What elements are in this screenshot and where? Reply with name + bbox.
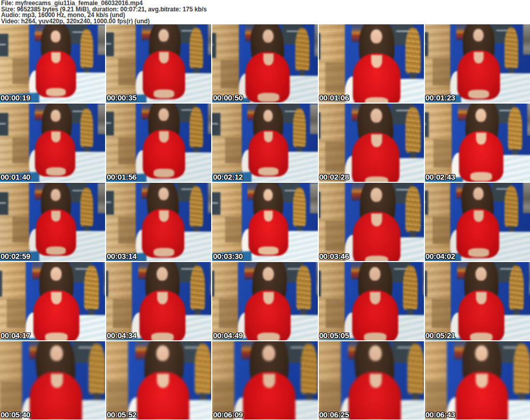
art-figure-chest (51, 292, 62, 305)
art-figure-face (157, 267, 168, 281)
art-wheat-decor (195, 343, 212, 394)
art-small-poster (310, 183, 317, 214)
art-figure-face (51, 110, 60, 122)
art-drawer (319, 33, 320, 60)
thumbnail-frame-art (425, 24, 530, 103)
thumbnail-frame-art (425, 341, 530, 419)
art-shelf (1, 382, 22, 415)
art-figure-face (159, 187, 169, 200)
art-small-poster (208, 104, 212, 134)
art-shelf (7, 299, 26, 328)
video-value: h264, yuv420p, 320x240, 1000.00 fps(r) (… (21, 18, 150, 25)
video-thumbnail: 00:02:28 (319, 104, 424, 182)
art-wheat-decor (84, 265, 99, 309)
art-figure-face (51, 267, 62, 281)
video-thumbnail: 00:02:43 (425, 104, 530, 182)
timestamp-label: 00:01:40 (1, 173, 31, 181)
thumbnail-frame-art (106, 341, 211, 419)
timestamp-label: 00:05:05 (319, 331, 349, 339)
art-figure-waist (468, 248, 489, 257)
art-figure-waist (46, 88, 66, 96)
timestamp-label: 00:02:28 (319, 173, 349, 181)
art-figure-waist (46, 167, 66, 176)
thumbnail-frame-art (212, 183, 317, 261)
timestamp-label: 00:02:43 (425, 173, 455, 181)
thumbnail-frame-art (0, 24, 105, 103)
art-drawer (319, 192, 320, 219)
timestamp-label: 00:00:50 (213, 94, 243, 102)
thumbnail-frame-art (425, 183, 530, 261)
art-shelf (225, 138, 242, 163)
video-thumbnail: 00:00:19 (0, 24, 105, 103)
art-wheat-decor (405, 186, 420, 231)
art-drawer (425, 191, 428, 215)
art-shelf (119, 217, 136, 243)
video-thumbnail: 00:06:25 (319, 341, 424, 419)
art-figure-chest (370, 374, 381, 388)
art-shelf (107, 382, 128, 415)
art-small-poster (315, 24, 318, 56)
video-thumbnail: 00:04:34 (106, 262, 211, 340)
art-drawer (212, 113, 220, 136)
timestamp-label: 00:04:02 (425, 252, 455, 260)
art-small-poster (208, 183, 212, 213)
art-figure-face (473, 29, 483, 41)
art-figure-chest (51, 52, 60, 63)
art-wheat-decor (505, 185, 518, 226)
art-figure-chest (51, 211, 60, 222)
art-figure-face (263, 30, 273, 42)
art-figure-chest (51, 374, 63, 388)
video-thumbnail: 00:06:43 (425, 341, 530, 419)
art-figure-waist (46, 247, 66, 255)
art-wheat-decor (190, 107, 203, 148)
art-figure-face (51, 189, 60, 201)
art-figure-face (369, 345, 381, 361)
art-drawer (106, 33, 114, 56)
file-metadata-header: File:myfreecams_giu11ia_female_06032016.… (0, 0, 530, 24)
art-shelf (221, 60, 239, 88)
art-figure-face (263, 345, 275, 361)
art-drawer (212, 33, 216, 58)
art-figure-waist (257, 332, 280, 340)
art-figure-waist (154, 90, 175, 98)
art-shelf (433, 217, 450, 244)
art-figure-waist (468, 90, 489, 98)
thumbnail-frame-art (0, 104, 105, 182)
art-figure-waist (363, 332, 386, 340)
art-drawer (319, 112, 320, 139)
art-figure-chest (476, 374, 488, 388)
thumbnail-frame-art (0, 341, 105, 419)
timestamp-label: 00:04:34 (107, 331, 137, 339)
art-small-poster (310, 104, 317, 135)
video-thumbnail: 00:04:17 (0, 262, 105, 340)
art-wheat-decor (80, 108, 93, 147)
art-wheat-decor (297, 265, 311, 309)
art-shelf (119, 138, 136, 164)
art-figure-face (371, 109, 382, 123)
timestamp-label: 00:02:59 (1, 252, 31, 260)
art-shelf (12, 138, 29, 163)
art-drawer (106, 112, 114, 136)
art-figure-chest (371, 214, 381, 227)
art-figure-chest (474, 211, 483, 222)
art-wheat-decor (301, 343, 318, 394)
art-figure-face (369, 267, 380, 281)
art-figure-waist (364, 255, 388, 261)
art-figure-face (263, 267, 274, 281)
art-wheat-decor (407, 343, 424, 394)
art-small-poster (98, 183, 105, 214)
art-shelf (213, 382, 234, 415)
art-figure-waist (258, 93, 280, 102)
art-wheat-decor (190, 186, 203, 227)
art-wheat-decor (509, 265, 524, 309)
video-thumbnail: 00:01:56 (106, 104, 211, 182)
art-small-poster (98, 104, 105, 135)
art-shelf (219, 299, 239, 328)
timestamp-label: 00:00:35 (107, 94, 137, 102)
art-figure-waist (151, 332, 174, 340)
art-figure-waist (154, 169, 175, 178)
thumbnail-frame-art (212, 262, 317, 340)
art-figure-waist (154, 248, 175, 257)
thumbnail-frame-art (319, 341, 424, 419)
art-figure-chest (370, 292, 380, 305)
